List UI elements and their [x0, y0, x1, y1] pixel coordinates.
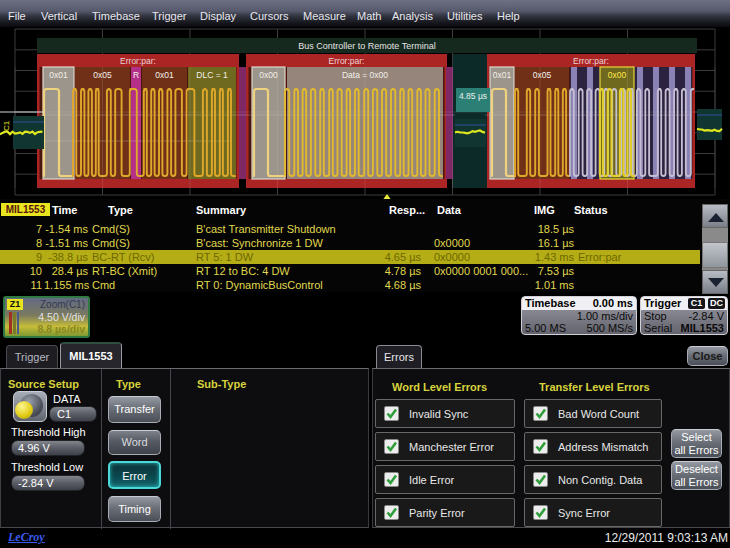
svg-text:4.85 µs: 4.85 µs: [459, 91, 487, 101]
svg-text:0x01: 0x01: [49, 70, 68, 80]
svg-text:0x05: 0x05: [533, 70, 552, 80]
svg-text:Error:par:: Error:par:: [329, 56, 365, 66]
svg-text:DLC = 1: DLC = 1: [196, 70, 228, 80]
svg-text:0x00: 0x00: [259, 70, 278, 80]
svg-text:0x00: 0x00: [608, 70, 627, 80]
svg-text:0x01: 0x01: [155, 70, 174, 80]
svg-text:Error:par:: Error:par:: [120, 56, 156, 66]
svg-text:C1: C1: [2, 120, 11, 131]
svg-text:0x01: 0x01: [493, 70, 512, 80]
svg-text:Bus Controller to Remote Termi: Bus Controller to Remote Terminal: [298, 41, 435, 51]
svg-text:R: R: [133, 70, 139, 80]
svg-text:Error:par:: Error:par:: [573, 56, 609, 66]
